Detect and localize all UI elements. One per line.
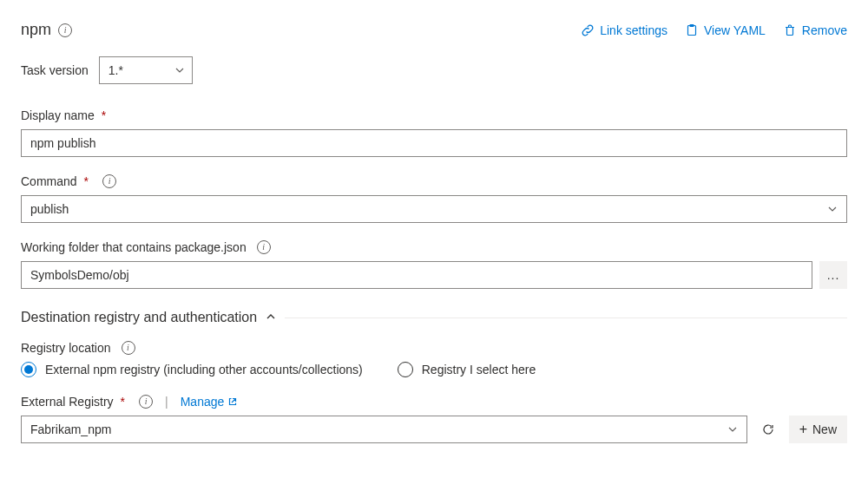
task-version-row: Task version 1.* — [21, 56, 847, 84]
task-title: npm — [21, 21, 51, 39]
task-title-group: npm i — [21, 21, 72, 39]
link-settings-button[interactable]: Link settings — [581, 23, 667, 37]
command-label: Command * i — [21, 174, 116, 188]
browse-folder-button[interactable]: ... — [819, 261, 847, 289]
display-name-input[interactable] — [21, 129, 847, 157]
link-settings-label: Link settings — [600, 23, 667, 37]
command-value: publish — [30, 202, 69, 216]
radio-selected-icon — [21, 362, 36, 377]
display-name-row: Display name * — [21, 108, 847, 157]
section-divider — [285, 318, 847, 318]
svg-rect-0 — [688, 25, 696, 35]
view-yaml-label: View YAML — [704, 23, 766, 37]
working-folder-label: Working folder that contains package.jso… — [21, 240, 271, 254]
radio-external-registry[interactable]: External npm registry (including other a… — [21, 362, 363, 377]
external-registry-row: External Registry * i | Manage Fabrikam_… — [21, 395, 847, 443]
manage-link[interactable]: Manage — [181, 395, 239, 409]
new-button[interactable]: + New — [789, 416, 847, 443]
command-row: Command * i publish — [21, 174, 847, 223]
required-indicator: * — [102, 108, 106, 122]
chevron-down-icon — [727, 424, 738, 435]
header-actions: Link settings View YAML Remove — [581, 23, 847, 37]
registry-location-options: External npm registry (including other a… — [21, 362, 847, 377]
title-info-icon[interactable]: i — [58, 23, 72, 37]
task-header: npm i Link settings View YAML Remove — [21, 21, 847, 39]
new-label: New — [812, 422, 837, 436]
external-link-icon — [227, 396, 238, 407]
external-registry-value: Fabrikam_npm — [30, 422, 111, 436]
section-title: Destination registry and authentication — [21, 310, 257, 325]
external-registry-info-icon[interactable]: i — [139, 395, 153, 409]
working-folder-info-icon[interactable]: i — [257, 240, 271, 254]
registry-location-row: Registry location i External npm registr… — [21, 341, 847, 377]
separator: | — [165, 395, 168, 409]
registry-location-info-icon[interactable]: i — [122, 341, 135, 355]
refresh-button[interactable] — [754, 416, 782, 443]
chevron-up-icon — [266, 311, 276, 324]
refresh-icon — [761, 422, 775, 436]
required-indicator: * — [84, 174, 89, 188]
view-yaml-button[interactable]: View YAML — [685, 23, 766, 37]
link-icon — [581, 23, 595, 37]
command-select[interactable]: publish — [21, 195, 847, 223]
registry-location-label: Registry location i — [21, 341, 135, 355]
required-indicator: * — [121, 395, 125, 409]
task-version-value: 1.* — [108, 63, 123, 77]
command-info-icon[interactable]: i — [102, 174, 116, 188]
display-name-label: Display name * — [21, 108, 106, 122]
destination-section-header[interactable]: Destination registry and authentication — [21, 310, 847, 325]
working-folder-row: Working folder that contains package.jso… — [21, 240, 847, 289]
radio-unselected-icon — [398, 362, 413, 377]
radio-registry-select-here[interactable]: Registry I select here — [398, 362, 536, 377]
plus-icon: + — [799, 422, 807, 436]
task-version-select[interactable]: 1.* — [99, 56, 193, 84]
chevron-down-icon — [827, 204, 838, 214]
clipboard-icon — [685, 23, 699, 37]
remove-label: Remove — [802, 23, 847, 37]
chevron-down-icon — [174, 65, 185, 75]
external-registry-select[interactable]: Fabrikam_npm — [21, 416, 747, 443]
task-version-label: Task version — [21, 63, 89, 77]
remove-button[interactable]: Remove — [783, 23, 847, 37]
working-folder-input[interactable] — [21, 261, 812, 289]
more-icon: ... — [827, 269, 840, 281]
external-registry-label: External Registry * i | Manage — [21, 395, 238, 409]
trash-icon — [783, 23, 797, 37]
